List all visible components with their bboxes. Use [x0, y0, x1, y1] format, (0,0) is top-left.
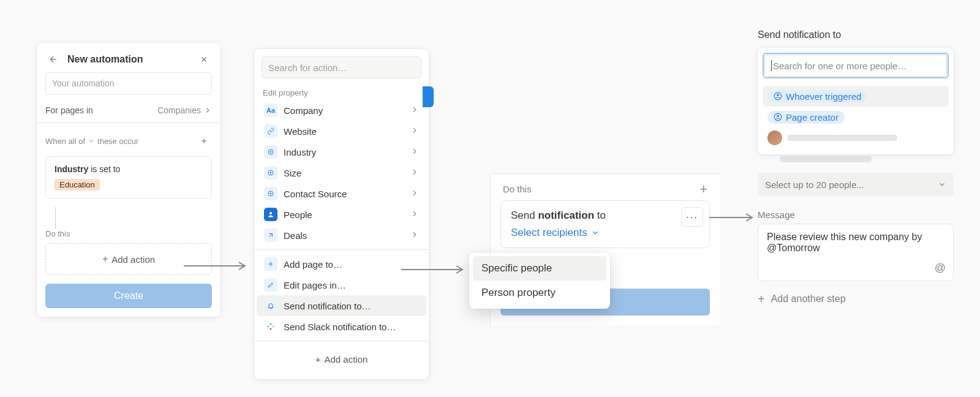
property-industry[interactable]: Industry — [257, 142, 426, 162]
property-website[interactable]: Website — [257, 121, 426, 142]
svg-point-1 — [270, 151, 271, 153]
back-icon[interactable] — [45, 51, 61, 67]
chevron-down-icon — [938, 180, 946, 189]
chevron-down-icon[interactable] — [88, 137, 95, 145]
avatar — [767, 130, 782, 145]
create-button[interactable]: Create — [45, 284, 212, 308]
trigger-prop: Industry — [55, 164, 88, 174]
plus-icon: + — [315, 354, 321, 365]
send-to-label: Send notification to — [758, 23, 954, 48]
action-edit-pages-in[interactable]: Edit pages in… — [257, 274, 426, 295]
action-send-slack-notification-to[interactable]: Send Slack notification to… — [257, 316, 426, 337]
svg-rect-7 — [268, 326, 270, 328]
people-search-placeholder: Search for one or more people… — [773, 61, 907, 71]
close-icon[interactable] — [196, 51, 212, 67]
trigger-value-tag: Education — [55, 179, 100, 191]
svg-point-5 — [270, 193, 271, 194]
message-text: Please review this new company by @Tomor… — [767, 232, 922, 253]
svg-rect-9 — [273, 326, 274, 328]
add-action-label: Add action — [111, 254, 155, 265]
arrow-icon — [401, 263, 469, 276]
mention-icon[interactable]: @ — [935, 262, 946, 274]
notification-action-card[interactable]: ⋯ Send notification to Select recipients — [500, 200, 710, 248]
property-company[interactable]: AaCompany — [257, 100, 426, 121]
add-another-step-button[interactable]: + Add another step — [758, 293, 954, 304]
option-person-1[interactable] — [763, 127, 949, 148]
svg-point-6 — [270, 212, 272, 214]
automation-name-placeholder: Your automation — [52, 78, 114, 88]
svg-point-12 — [777, 94, 779, 97]
add-action-footer-label: Add action — [324, 354, 368, 365]
plus-icon: + — [102, 254, 108, 265]
more-icon[interactable]: ⋯ — [681, 207, 703, 227]
redacted-name — [780, 156, 872, 162]
option-whoever-triggered[interactable]: Whoever triggered — [763, 86, 949, 107]
select-people-label: Select up to 20 people... — [765, 180, 864, 190]
do-this-label: Do this — [503, 184, 532, 194]
add-action-footer[interactable]: + Add action — [254, 345, 429, 373]
when-label-pre: When all of — [45, 137, 85, 146]
message-label: Message — [758, 210, 954, 220]
automation-name-input[interactable]: Your automation — [45, 72, 212, 94]
recipient-type-popover: Specific people Person property — [469, 252, 610, 309]
option-specific-people[interactable]: Specific people — [473, 256, 606, 281]
plus-icon: + — [758, 295, 765, 303]
scope-row[interactable]: For pages in Companies — [37, 100, 221, 120]
add-step-icon[interactable]: + — [699, 185, 707, 194]
svg-rect-8 — [270, 323, 272, 325]
when-label-post: these occur — [97, 137, 138, 146]
select-recipients-link[interactable]: Select recipients — [511, 227, 699, 239]
chevron-down-icon — [591, 229, 600, 237]
notif-pre: Send — [511, 210, 538, 221]
notif-post: to — [597, 210, 606, 221]
trigger-verb: is set to — [91, 164, 120, 174]
property-deals[interactable]: Deals — [257, 225, 426, 246]
edit-property-group-label: Edit property — [254, 85, 429, 100]
svg-point-14 — [777, 115, 779, 118]
property-people[interactable]: People — [257, 204, 426, 225]
action-send-notification-to[interactable]: Send notification to… — [257, 295, 426, 316]
option-person-property[interactable]: Person property — [473, 281, 606, 305]
do-this-label: Do this — [37, 229, 221, 243]
arrow-icon — [709, 211, 758, 224]
person-circle-icon — [774, 92, 782, 100]
add-step-label: Add another step — [771, 293, 846, 304]
message-input[interactable]: Please review this new company by @Tomor… — [758, 224, 954, 281]
arrow-icon — [184, 260, 251, 272]
select-recipients-label: Select recipients — [511, 227, 587, 239]
svg-point-3 — [270, 172, 271, 173]
option-page-creator[interactable]: Page creator — [763, 107, 949, 127]
person-circle-icon — [774, 113, 782, 121]
redacted-name — [787, 135, 897, 141]
panel-title: New automation — [67, 54, 143, 65]
select-people-dropdown[interactable]: Select up to 20 people... — [758, 173, 954, 196]
action-search-placeholder: Search for action… — [268, 62, 347, 73]
scope-value: Companies — [157, 105, 201, 115]
svg-rect-10 — [270, 328, 272, 330]
property-contact-source[interactable]: Contact Source — [257, 183, 426, 204]
trigger-card[interactable]: Industry is set to Education — [45, 156, 212, 198]
notif-bold: notification — [538, 210, 594, 221]
create-label: Create — [114, 290, 143, 301]
add-trigger-icon[interactable] — [196, 133, 212, 149]
property-size[interactable]: Size — [257, 162, 426, 183]
people-search-input[interactable]: Search for one or more people… — [763, 53, 949, 78]
action-search-input[interactable]: Search for action… — [262, 56, 421, 78]
scope-label: For pages in — [45, 105, 93, 115]
